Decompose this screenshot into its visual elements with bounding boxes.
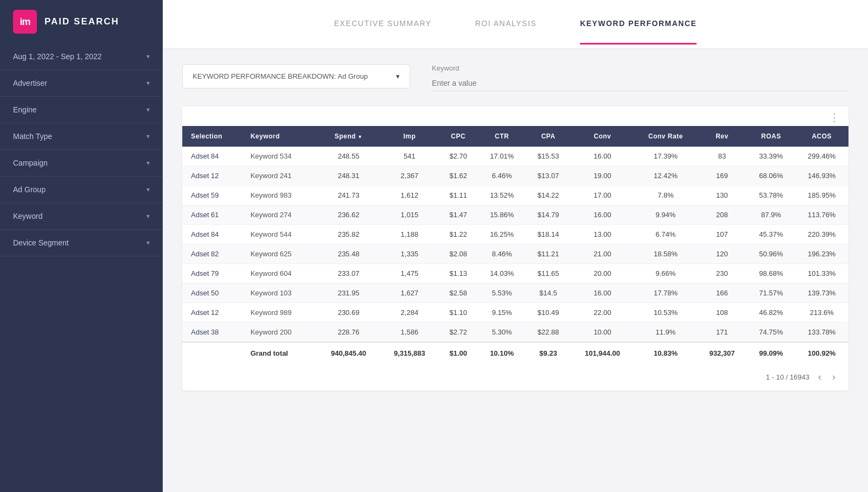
- cell-row3-col0: Adset 61: [182, 205, 245, 225]
- cell-row5-col3: 1,335: [380, 244, 438, 264]
- col-header-selection: Selection: [182, 126, 245, 147]
- cell-row7-col9: 166: [697, 283, 747, 303]
- cell-row9-col7: 10.00: [571, 323, 634, 343]
- cell-row2-col6: $14.22: [526, 186, 570, 205]
- sidebar-filter-date-range[interactable]: Aug 1, 2022 - Sep 1, 2022▾: [0, 43, 163, 70]
- cell-row7-col5: 5.53%: [478, 283, 526, 303]
- cell-row4-col1: Keyword 544: [245, 225, 317, 244]
- footer-cell-10: 99.09%: [747, 342, 795, 364]
- cell-row2-col7: 17.00: [571, 186, 634, 205]
- cell-row6-col7: 20.00: [571, 264, 634, 283]
- table-body: Adset 84Keyword 534248.55541$2.7017.01%$…: [182, 147, 848, 342]
- cell-row9-col1: Keyword 200: [245, 323, 317, 343]
- col-header-conv-rate: Conv Rate: [634, 126, 697, 147]
- sidebar-filter-advertiser[interactable]: Advertiser▾: [0, 70, 163, 97]
- cell-row7-col11: 139.73%: [795, 283, 848, 303]
- col-header-spend[interactable]: Spend: [317, 126, 380, 147]
- table-row: Adset 82Keyword 625235.481,335$2.088.46%…: [182, 244, 848, 264]
- keyword-performance-table: SelectionKeywordSpendImpCPCCTRCPAConvCon…: [182, 126, 848, 364]
- cell-row6-col9: 230: [697, 264, 747, 283]
- footer-cell-2: 940,845.40: [317, 342, 380, 364]
- cell-row2-col10: 53.78%: [747, 186, 795, 205]
- tab-keyword-performance[interactable]: KEYWORD PERFORMANCE: [580, 4, 697, 45]
- sidebar-filter-engine[interactable]: Engine▾: [0, 97, 163, 123]
- col-header-keyword: Keyword: [245, 126, 317, 147]
- cell-row2-col11: 185.95%: [795, 186, 848, 205]
- sidebar-filter-match-type[interactable]: Match Type▾: [0, 123, 163, 150]
- cell-row4-col4: $1.22: [439, 225, 478, 244]
- cell-row6-col11: 101.33%: [795, 264, 848, 283]
- breakdown-label: KEYWORD PERFORMANCE BREAKDOWN: Ad Group: [193, 72, 368, 80]
- table-row: Adset 59Keyword 983241.731,612$1.1113.52…: [182, 186, 848, 205]
- cell-row2-col9: 130: [697, 186, 747, 205]
- content-area: KEYWORD PERFORMANCE BREAKDOWN: Ad Group …: [163, 49, 868, 492]
- cell-row3-col11: 113.76%: [795, 205, 848, 225]
- cell-row6-col6: $11.65: [526, 264, 570, 283]
- tab-executive-summary[interactable]: EXECUTIVE SUMMARY: [334, 4, 432, 45]
- prev-page-button[interactable]: ‹: [816, 371, 824, 383]
- app-title: PAID SEARCH: [44, 16, 119, 27]
- cell-row2-col4: $1.11: [439, 186, 478, 205]
- table-actions: ⋮: [182, 106, 848, 126]
- cell-row9-col2: 228.76: [317, 323, 380, 343]
- sidebar-filter-keyword[interactable]: Keyword▾: [0, 203, 163, 230]
- chevron-icon: ▾: [146, 186, 150, 193]
- cell-row1-col3: 2,367: [380, 166, 438, 186]
- cell-row9-col3: 1,586: [380, 323, 438, 343]
- cell-row8-col4: $1.10: [439, 303, 478, 323]
- cell-row8-col6: $10.49: [526, 303, 570, 323]
- table-footer: Grand total940,845.409,315,883$1.0010.10…: [182, 342, 848, 364]
- cell-row7-col7: 16.00: [571, 283, 634, 303]
- col-header-roas: ROAS: [747, 126, 795, 147]
- footer-cell-0: [182, 342, 245, 364]
- cell-row5-col2: 235.48: [317, 244, 380, 264]
- main-content: EXECUTIVE SUMMARYROI ANALYSISKEYWORD PER…: [163, 0, 868, 492]
- chevron-icon: ▾: [146, 106, 150, 113]
- tab-roi-analysis[interactable]: ROI ANALYSIS: [475, 4, 537, 45]
- cell-row1-col8: 12.42%: [634, 166, 697, 186]
- sidebar-filter-label-date-range: Aug 1, 2022 - Sep 1, 2022: [13, 52, 101, 61]
- chevron-icon: ▾: [146, 239, 150, 247]
- chevron-icon: ▾: [146, 133, 150, 140]
- cell-row9-col5: 5.30%: [478, 323, 526, 343]
- col-header-cpa: CPA: [526, 126, 570, 147]
- cell-row7-col4: $2.58: [439, 283, 478, 303]
- cell-row8-col7: 22.00: [571, 303, 634, 323]
- col-header-ctr: CTR: [478, 126, 526, 147]
- cell-row3-col9: 208: [697, 205, 747, 225]
- breakdown-dropdown[interactable]: KEYWORD PERFORMANCE BREAKDOWN: Ad Group …: [182, 64, 410, 89]
- keyword-input[interactable]: [432, 75, 848, 91]
- cell-row3-col4: $1.47: [439, 205, 478, 225]
- sidebar-filter-device-segment[interactable]: Device Segment▾: [0, 230, 163, 256]
- next-page-button[interactable]: ›: [830, 371, 838, 383]
- cell-row0-col9: 83: [697, 147, 747, 166]
- cell-row4-col6: $18.14: [526, 225, 570, 244]
- footer-cell-6: $9.23: [526, 342, 570, 364]
- sidebar-filter-ad-group[interactable]: Ad Group▾: [0, 176, 163, 203]
- more-options-icon[interactable]: ⋮: [829, 111, 840, 124]
- cell-row0-col5: 17.01%: [478, 147, 526, 166]
- cell-row8-col3: 2,284: [380, 303, 438, 323]
- cell-row0-col4: $2.70: [439, 147, 478, 166]
- col-header-cpc: CPC: [439, 126, 478, 147]
- cell-row0-col10: 33.39%: [747, 147, 795, 166]
- table-row: Adset 79Keyword 604233.071,475$1.1314.03…: [182, 264, 848, 283]
- cell-row8-col5: 9.15%: [478, 303, 526, 323]
- sidebar-filter-label-ad-group: Ad Group: [13, 185, 46, 194]
- cell-row3-col1: Keyword 274: [245, 205, 317, 225]
- col-header-conv: Conv: [571, 126, 634, 147]
- cell-row7-col2: 231.95: [317, 283, 380, 303]
- footer-cell-7: 101,944.00: [571, 342, 634, 364]
- cell-row0-col3: 541: [380, 147, 438, 166]
- cell-row9-col10: 74.75%: [747, 323, 795, 343]
- col-header-acos: ACOS: [795, 126, 848, 147]
- sidebar-filter-campaign[interactable]: Campaign▾: [0, 150, 163, 176]
- cell-row6-col4: $1.13: [439, 264, 478, 283]
- cell-row4-col7: 13.00: [571, 225, 634, 244]
- cell-row9-col9: 171: [697, 323, 747, 343]
- cell-row7-col6: $14.5: [526, 283, 570, 303]
- cell-row7-col1: Keyword 103: [245, 283, 317, 303]
- col-header-imp: Imp: [380, 126, 438, 147]
- cell-row5-col10: 50.96%: [747, 244, 795, 264]
- cell-row8-col11: 213.6%: [795, 303, 848, 323]
